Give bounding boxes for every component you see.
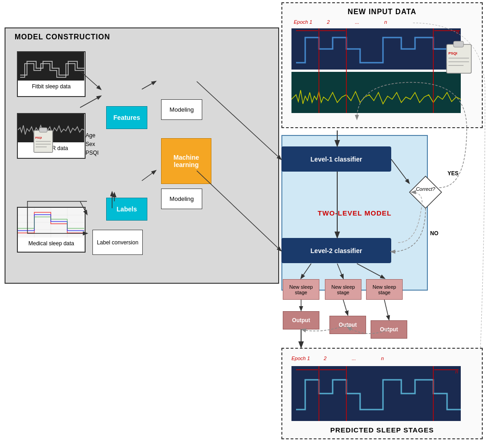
svg-line-56 xyxy=(384,300,389,319)
pred-epoch2-label: 2 xyxy=(323,356,326,361)
output-3-box: Output xyxy=(371,320,407,339)
svg-rect-16 xyxy=(291,72,461,113)
output-1-box: Output xyxy=(283,311,319,329)
psqi-clipboard-input: PSQI xyxy=(445,40,473,76)
label-conversion-label: Label conversion xyxy=(97,239,139,246)
svg-marker-38 xyxy=(410,176,442,208)
modeling-1-label: Modeling xyxy=(170,106,194,113)
svg-rect-25 xyxy=(453,41,464,47)
sex-label: Sex xyxy=(86,140,99,149)
pred-epoch1-label: Epoch 1 xyxy=(291,356,310,361)
new-input-title: NEW INPUT DATA xyxy=(348,8,416,16)
input-epoch3-label: ... xyxy=(355,19,359,25)
svg-text:Correct?: Correct? xyxy=(416,186,436,192)
psqi-clipboard-inner: PSQI xyxy=(33,127,54,155)
labels-label: Labels xyxy=(117,205,137,213)
level1-classifier-box: Level-1 classifier xyxy=(281,146,391,172)
svg-text:PSQI: PSQI xyxy=(448,51,457,55)
input-epochn-label: n xyxy=(384,19,387,25)
new-input-data-box: NEW INPUT DATA Epoch 1 2 ... n xyxy=(281,2,483,128)
predicted-epoch-labels: Epoch 1 2 ... n xyxy=(291,356,384,361)
output-3-label: Output xyxy=(380,326,398,333)
labels-box: Labels xyxy=(106,198,147,221)
output-2-box: Output xyxy=(329,316,366,334)
output-1-label: Output xyxy=(292,317,310,324)
svg-line-55 xyxy=(343,300,348,315)
svg-rect-24 xyxy=(447,44,471,73)
correct-diamond: Correct? xyxy=(407,174,439,206)
fitbit-sleep-waveform xyxy=(18,52,84,81)
age-label: Age xyxy=(86,131,99,140)
medical-sleep-box: Medical sleep data xyxy=(17,207,86,253)
svg-text:n: n xyxy=(456,29,459,35)
pred-epoch3-label: ... xyxy=(352,356,356,361)
svg-rect-3 xyxy=(39,128,47,132)
modeling-2-label: Modeling xyxy=(170,195,194,202)
no-label: NO xyxy=(430,230,438,237)
machine-learning-label: Machine learning xyxy=(173,154,199,168)
level1-classifier-label: Level-1 classifier xyxy=(311,156,362,163)
input-waveform-area: n xyxy=(291,28,461,115)
medical-sleep-label: Medical sleep data xyxy=(18,240,85,247)
svg-text:PSQI: PSQI xyxy=(35,136,42,139)
psqi-clipboard-svg: PSQI xyxy=(33,127,54,153)
model-construction-box: MODEL CONSTRUCTION Fitbit sleep data Fit… xyxy=(5,27,279,284)
features-box: Features xyxy=(106,106,147,129)
correct-diamond-svg: Correct? xyxy=(407,174,444,211)
input-epoch1-label: Epoch 1 xyxy=(294,19,312,25)
pred-epochn-label: n xyxy=(381,356,384,361)
yes-label: YES xyxy=(447,170,458,177)
svg-rect-0 xyxy=(18,52,84,81)
sleep-stage-2-box: New sleep stage xyxy=(325,279,361,300)
demographics-labels: Age Sex PSQI xyxy=(86,131,99,158)
input-epoch2-label: 2 xyxy=(327,19,329,25)
predicted-stages-title: PREDICTED SLEEP STAGES xyxy=(330,426,434,434)
input-waveform-svg: n xyxy=(291,28,461,115)
level2-classifier-box: Level-2 classifier xyxy=(281,238,391,263)
machine-learning-box: Machine learning xyxy=(161,138,211,184)
modeling-2-box: Modeling xyxy=(161,189,202,209)
fitbit-sleep-box: Fitbit sleep data xyxy=(17,51,86,97)
output-2-label: Output xyxy=(339,322,356,328)
input-epoch-labels: Epoch 1 2 ... n xyxy=(294,19,387,25)
psqi-label: PSQI xyxy=(86,149,99,157)
psqi-clipboard-input-svg: PSQI xyxy=(445,40,473,74)
model-construction-title: MODEL CONSTRUCTION xyxy=(15,33,110,41)
predicted-stages-box: Epoch 1 2 ... n n PREDICTED SLEEP STAGES xyxy=(281,348,483,439)
main-container: MODEL CONSTRUCTION Fitbit sleep data Fit… xyxy=(0,0,496,448)
level2-classifier-label: Level-2 classifier xyxy=(311,247,362,254)
svg-text:n: n xyxy=(455,369,458,374)
predicted-waveform-svg: n xyxy=(291,366,461,421)
sleep-stage-3-box: New sleep stage xyxy=(366,279,403,300)
label-conversion-box: Label conversion xyxy=(92,230,143,255)
modeling-1-box: Modeling xyxy=(161,99,202,120)
medical-sleep-waveform xyxy=(18,208,84,237)
two-level-model-title: TWO-LEVEL MODEL xyxy=(318,209,391,217)
sleep-stage-1-label: New sleep stage xyxy=(289,284,313,295)
fitbit-sleep-label: Fitbit sleep data xyxy=(18,83,85,90)
sleep-stage-1-box: New sleep stage xyxy=(283,279,319,300)
sleep-stage-3-label: New sleep stage xyxy=(372,284,396,295)
sleep-stage-2-label: New sleep stage xyxy=(331,284,355,295)
features-label: Features xyxy=(113,114,140,121)
predicted-waveform-area: n xyxy=(291,366,461,421)
